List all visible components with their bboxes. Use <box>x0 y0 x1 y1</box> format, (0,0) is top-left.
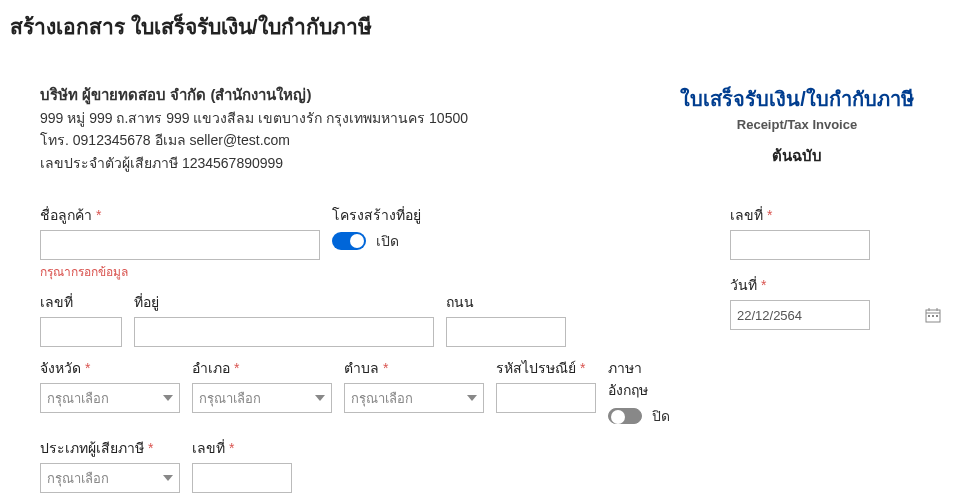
english-lang-toggle[interactable] <box>608 408 642 424</box>
taxpayer-type-select[interactable]: กรุณาเลือก <box>40 463 180 493</box>
doc-copy-label: ต้นฉบับ <box>647 144 947 168</box>
district-select[interactable]: กรุณาเลือก <box>192 383 332 413</box>
road-input[interactable] <box>446 317 566 347</box>
calendar-icon <box>925 307 941 323</box>
svg-rect-5 <box>932 315 934 317</box>
taxpayer-type-label: ประเภทผู้เสียภาษี * <box>40 437 180 459</box>
house-no-input[interactable] <box>40 317 122 347</box>
seller-info: บริษัท ผู้ขายทดสอบ จำกัด (สำนักงานใหญ่) … <box>40 83 647 174</box>
chevron-down-icon <box>163 395 173 401</box>
house-no-label: เลขที่ <box>40 291 122 313</box>
province-select[interactable]: กรุณาเลือก <box>40 383 180 413</box>
doc-title-th: ใบเสร็จรับเงิน/ใบกำกับภาษี <box>647 83 947 115</box>
english-lang-state: ปิด <box>652 405 670 427</box>
province-label: จังหวัด * <box>40 357 180 379</box>
chevron-down-icon <box>163 475 173 481</box>
svg-rect-4 <box>928 315 930 317</box>
road-label: ถนน <box>446 291 566 313</box>
customer-name-input[interactable] <box>40 230 320 260</box>
postcode-label: รหัสไปรษณีย์ * <box>496 357 596 379</box>
customer-name-error: กรุณากรอกข้อมูล <box>40 262 320 281</box>
seller-address: 999 หมู่ 999 ถ.สาทร 999 แขวงสีลม เขตบางร… <box>40 107 647 129</box>
tax-no-input[interactable] <box>192 463 292 493</box>
seller-name: บริษัท ผู้ขายทดสอบ จำกัด (สำนักงานใหญ่) <box>40 83 647 107</box>
address-label: ที่อยู่ <box>134 291 434 313</box>
doc-title-block: ใบเสร็จรับเงิน/ใบกำกับภาษี Receipt/Tax I… <box>647 83 947 168</box>
district-label: อำเภอ * <box>192 357 332 379</box>
doc-title-en: Receipt/Tax Invoice <box>647 117 947 132</box>
seller-taxid: เลขประจำตัวผู้เสียภาษี 1234567890999 <box>40 152 647 174</box>
seller-contact: โทร. 0912345678 อีเมล seller@test.com <box>40 129 647 151</box>
svg-rect-6 <box>936 315 938 317</box>
page-title: สร้างเอกสาร ใบเสร็จรับเงิน/ใบกำกับภาษี <box>10 10 977 43</box>
doc-date-input[interactable] <box>730 300 870 330</box>
address-structure-state: เปิด <box>376 230 399 252</box>
svg-rect-0 <box>926 310 940 322</box>
chevron-down-icon <box>467 395 477 401</box>
tax-no-label: เลขที่ * <box>192 437 292 459</box>
subdistrict-select[interactable]: กรุณาเลือก <box>344 383 484 413</box>
address-structure-label: โครงสร้างที่อยู่ <box>332 204 421 226</box>
address-input[interactable] <box>134 317 434 347</box>
customer-name-label: ชื่อลูกค้า * <box>40 204 320 226</box>
doc-no-label: เลขที่ * <box>730 204 947 226</box>
postcode-input[interactable] <box>496 383 596 413</box>
doc-date-label: วันที่ * <box>730 274 947 296</box>
address-structure-toggle[interactable] <box>332 232 366 250</box>
doc-no-input[interactable] <box>730 230 870 260</box>
subdistrict-label: ตำบล * <box>344 357 484 379</box>
english-lang-label: ภาษาอังกฤษ <box>608 357 670 401</box>
chevron-down-icon <box>315 395 325 401</box>
